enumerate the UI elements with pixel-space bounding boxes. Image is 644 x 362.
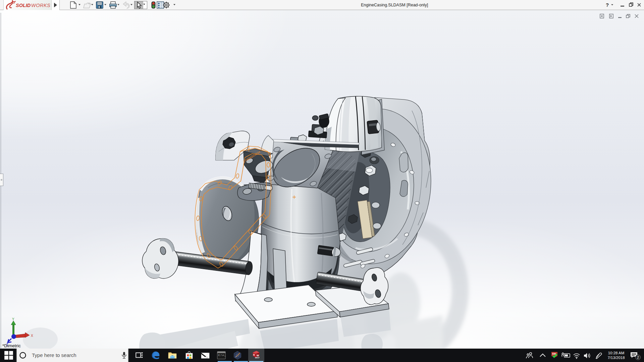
svg-text:Y: Y xyxy=(12,317,14,321)
svg-text:C:\>_: C:\>_ xyxy=(218,354,226,357)
svg-text:2: 2 xyxy=(637,355,639,359)
svg-text:S: S xyxy=(253,353,255,356)
svg-text:2017: 2017 xyxy=(255,357,260,359)
svg-text:X: X xyxy=(31,334,33,338)
